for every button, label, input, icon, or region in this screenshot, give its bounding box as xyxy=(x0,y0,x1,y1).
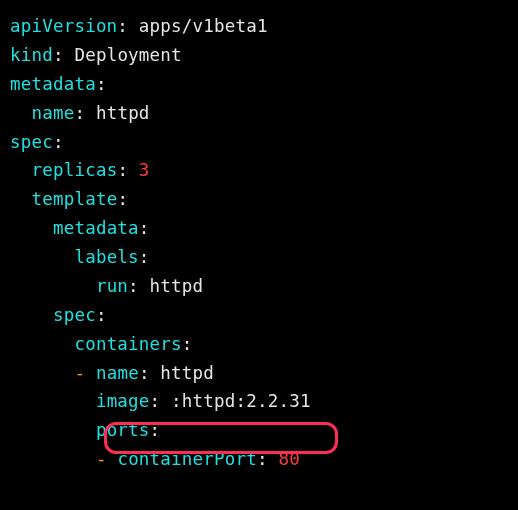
code-line: apiVersion: apps/v1beta1 xyxy=(10,12,508,41)
code-line: containers: xyxy=(10,330,508,359)
yaml-value: httpd xyxy=(96,103,150,123)
code-line: image: :httpd:2.2.31 xyxy=(10,387,508,416)
code-line: spec: xyxy=(10,301,508,330)
yaml-key: template xyxy=(31,189,117,209)
yaml-key: kind xyxy=(10,45,53,65)
yaml-value: httpd xyxy=(160,363,214,383)
yaml-key: ports xyxy=(96,420,150,440)
code-line: metadata: xyxy=(10,214,508,243)
code-line: template: xyxy=(10,185,508,214)
yaml-value: 80 xyxy=(278,449,299,469)
yaml-key: containers xyxy=(74,334,181,354)
code-line: labels: xyxy=(10,243,508,272)
code-line: name: httpd xyxy=(10,99,508,128)
yaml-key: image xyxy=(96,391,150,411)
yaml-key: containerPort xyxy=(117,449,257,469)
yaml-key: apiVersion xyxy=(10,16,117,36)
code-line: kind: Deployment xyxy=(10,41,508,70)
yaml-key: name xyxy=(96,363,139,383)
code-line: - name: httpd xyxy=(10,359,508,388)
yaml-key: labels xyxy=(74,247,138,267)
code-line: run: httpd xyxy=(10,272,508,301)
code-content: apiVersion: apps/v1beta1kind: Deployment… xyxy=(10,12,508,474)
yaml-value: httpd xyxy=(150,276,204,296)
code-line: replicas: 3 xyxy=(10,156,508,185)
yaml-key: spec xyxy=(53,305,96,325)
code-line: spec: xyxy=(10,128,508,157)
yaml-value: :httpd:2.2.31 xyxy=(171,391,311,411)
code-line: ports: xyxy=(10,416,508,445)
yaml-key: spec xyxy=(10,132,53,152)
yaml-key: name xyxy=(31,103,74,123)
yaml-value: Deployment xyxy=(74,45,181,65)
code-line: - containerPort: 80 xyxy=(10,445,508,474)
yaml-key: metadata xyxy=(10,74,96,94)
yaml-value: 3 xyxy=(139,160,150,180)
yaml-value: apps/v1beta1 xyxy=(139,16,268,36)
code-line: metadata: xyxy=(10,70,508,99)
yaml-key: metadata xyxy=(53,218,139,238)
yaml-key: replicas xyxy=(31,160,117,180)
yaml-key: run xyxy=(96,276,128,296)
yaml-code-block: apiVersion: apps/v1beta1kind: Deployment… xyxy=(10,12,508,474)
